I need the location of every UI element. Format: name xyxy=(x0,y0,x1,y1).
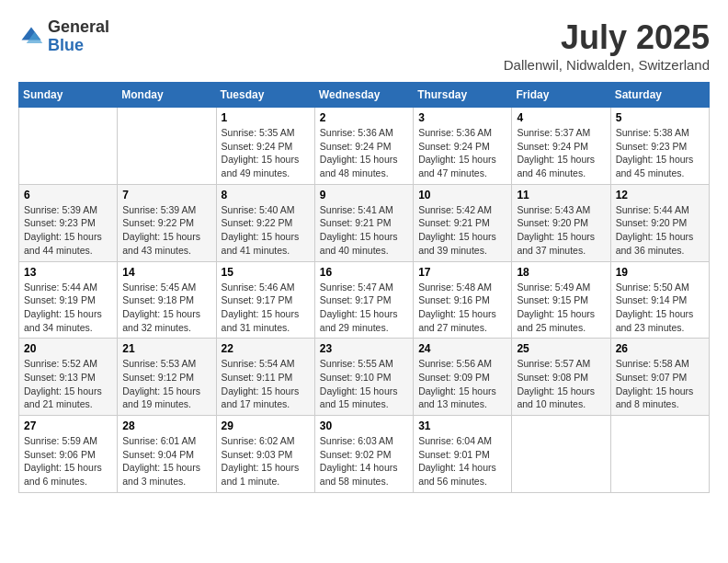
day-detail: Sunrise: 5:36 AM Sunset: 9:24 PM Dayligh… xyxy=(418,126,506,180)
day-number: 15 xyxy=(222,266,310,279)
day-number: 14 xyxy=(122,266,210,279)
day-number: 25 xyxy=(517,342,605,355)
day-detail: Sunrise: 6:04 AM Sunset: 9:01 PM Dayligh… xyxy=(418,434,506,488)
day-detail: Sunrise: 5:43 AM Sunset: 9:20 PM Dayligh… xyxy=(517,203,605,258)
page-header: General Blue July 2025 Dallenwil, Nidwal… xyxy=(18,18,710,73)
day-detail: Sunrise: 5:53 AM Sunset: 9:12 PM Dayligh… xyxy=(122,357,210,411)
calendar-cell: 23Sunrise: 5:55 AM Sunset: 9:10 PM Dayli… xyxy=(314,339,413,416)
day-detail: Sunrise: 5:42 AM Sunset: 9:21 PM Dayligh… xyxy=(418,203,506,258)
day-number: 16 xyxy=(320,266,408,279)
header-day: Sunday xyxy=(19,83,118,108)
day-detail: Sunrise: 5:58 AM Sunset: 9:07 PM Dayligh… xyxy=(616,357,704,411)
title-block: July 2025 Dallenwil, Nidwalden, Switzerl… xyxy=(504,18,710,73)
day-detail: Sunrise: 5:44 AM Sunset: 9:19 PM Dayligh… xyxy=(24,281,112,335)
day-number: 2 xyxy=(320,111,408,124)
day-detail: Sunrise: 5:50 AM Sunset: 9:14 PM Dayligh… xyxy=(616,281,704,335)
day-number: 30 xyxy=(320,419,408,432)
calendar-cell: 28Sunrise: 6:01 AM Sunset: 9:04 PM Dayli… xyxy=(118,416,216,493)
logo-text: General Blue xyxy=(48,18,109,55)
day-detail: Sunrise: 5:48 AM Sunset: 9:16 PM Dayligh… xyxy=(418,281,506,335)
calendar-cell: 6Sunrise: 5:39 AM Sunset: 9:23 PM Daylig… xyxy=(19,184,118,261)
day-detail: Sunrise: 5:39 AM Sunset: 9:23 PM Dayligh… xyxy=(24,203,112,258)
day-detail: Sunrise: 6:02 AM Sunset: 9:03 PM Dayligh… xyxy=(222,434,310,488)
calendar-cell: 25Sunrise: 5:57 AM Sunset: 9:08 PM Dayli… xyxy=(512,339,610,416)
day-detail: Sunrise: 5:45 AM Sunset: 9:18 PM Dayligh… xyxy=(122,281,210,335)
day-detail: Sunrise: 5:37 AM Sunset: 9:24 PM Dayligh… xyxy=(517,126,605,180)
header-day: Wednesday xyxy=(314,83,413,108)
day-number: 10 xyxy=(418,189,506,201)
calendar-cell: 17Sunrise: 5:48 AM Sunset: 9:16 PM Dayli… xyxy=(414,261,512,339)
calendar-cell: 7Sunrise: 5:39 AM Sunset: 9:22 PM Daylig… xyxy=(118,184,216,261)
calendar-cell: 3Sunrise: 5:36 AM Sunset: 9:24 PM Daylig… xyxy=(414,108,512,185)
calendar-cell: 5Sunrise: 5:38 AM Sunset: 9:23 PM Daylig… xyxy=(610,108,709,185)
calendar-cell: 24Sunrise: 5:56 AM Sunset: 9:09 PM Dayli… xyxy=(414,339,512,416)
header-day: Monday xyxy=(118,83,216,108)
day-number: 8 xyxy=(222,189,310,201)
calendar-cell: 10Sunrise: 5:42 AM Sunset: 9:21 PM Dayli… xyxy=(414,184,512,261)
day-number: 24 xyxy=(418,342,506,355)
day-detail: Sunrise: 5:44 AM Sunset: 9:20 PM Dayligh… xyxy=(616,203,704,258)
day-number: 17 xyxy=(418,266,506,279)
day-detail: Sunrise: 5:54 AM Sunset: 9:11 PM Dayligh… xyxy=(222,357,310,411)
calendar-header: SundayMondayTuesdayWednesdayThursdayFrid… xyxy=(19,83,710,108)
day-number: 20 xyxy=(24,342,112,355)
day-number: 11 xyxy=(517,189,605,201)
day-detail: Sunrise: 5:55 AM Sunset: 9:10 PM Dayligh… xyxy=(320,357,408,411)
day-detail: Sunrise: 5:46 AM Sunset: 9:17 PM Dayligh… xyxy=(222,281,310,335)
calendar-cell: 18Sunrise: 5:49 AM Sunset: 9:15 PM Dayli… xyxy=(512,261,610,339)
calendar-cell xyxy=(610,416,709,493)
calendar-cell: 14Sunrise: 5:45 AM Sunset: 9:18 PM Dayli… xyxy=(118,261,216,339)
calendar-cell: 21Sunrise: 5:53 AM Sunset: 9:12 PM Dayli… xyxy=(118,339,216,416)
calendar-cell: 12Sunrise: 5:44 AM Sunset: 9:20 PM Dayli… xyxy=(610,184,709,261)
calendar-week: 1Sunrise: 5:35 AM Sunset: 9:24 PM Daylig… xyxy=(19,108,710,185)
day-number: 3 xyxy=(418,111,506,124)
header-row: SundayMondayTuesdayWednesdayThursdayFrid… xyxy=(19,83,710,108)
day-number: 19 xyxy=(616,266,704,279)
day-number: 26 xyxy=(616,342,704,355)
logo-icon xyxy=(18,24,44,50)
day-detail: Sunrise: 5:59 AM Sunset: 9:06 PM Dayligh… xyxy=(24,434,112,488)
calendar-cell: 11Sunrise: 5:43 AM Sunset: 9:20 PM Dayli… xyxy=(512,184,610,261)
calendar-cell: 2Sunrise: 5:36 AM Sunset: 9:24 PM Daylig… xyxy=(314,108,413,185)
day-number: 18 xyxy=(517,266,605,279)
calendar-cell: 27Sunrise: 5:59 AM Sunset: 9:06 PM Dayli… xyxy=(19,416,118,493)
day-detail: Sunrise: 5:36 AM Sunset: 9:24 PM Dayligh… xyxy=(320,126,408,180)
calendar-cell: 9Sunrise: 5:41 AM Sunset: 9:21 PM Daylig… xyxy=(314,184,413,261)
calendar-cell xyxy=(512,416,610,493)
calendar-cell: 31Sunrise: 6:04 AM Sunset: 9:01 PM Dayli… xyxy=(414,416,512,493)
calendar-cell: 22Sunrise: 5:54 AM Sunset: 9:11 PM Dayli… xyxy=(216,339,314,416)
header-day: Saturday xyxy=(610,83,709,108)
day-number: 28 xyxy=(122,419,210,432)
day-detail: Sunrise: 6:01 AM Sunset: 9:04 PM Dayligh… xyxy=(122,434,210,488)
day-detail: Sunrise: 6:03 AM Sunset: 9:02 PM Dayligh… xyxy=(320,434,408,488)
day-detail: Sunrise: 5:35 AM Sunset: 9:24 PM Dayligh… xyxy=(222,126,310,180)
calendar-body: 1Sunrise: 5:35 AM Sunset: 9:24 PM Daylig… xyxy=(19,108,710,493)
calendar-cell: 4Sunrise: 5:37 AM Sunset: 9:24 PM Daylig… xyxy=(512,108,610,185)
calendar-cell: 30Sunrise: 6:03 AM Sunset: 9:02 PM Dayli… xyxy=(314,416,413,493)
calendar-cell: 29Sunrise: 6:02 AM Sunset: 9:03 PM Dayli… xyxy=(216,416,314,493)
logo-general: General xyxy=(48,18,109,37)
day-detail: Sunrise: 5:49 AM Sunset: 9:15 PM Dayligh… xyxy=(517,281,605,335)
calendar-week: 27Sunrise: 5:59 AM Sunset: 9:06 PM Dayli… xyxy=(19,416,710,493)
calendar-cell: 26Sunrise: 5:58 AM Sunset: 9:07 PM Dayli… xyxy=(610,339,709,416)
day-detail: Sunrise: 5:38 AM Sunset: 9:23 PM Dayligh… xyxy=(616,126,704,180)
day-detail: Sunrise: 5:40 AM Sunset: 9:22 PM Dayligh… xyxy=(222,203,310,258)
day-number: 9 xyxy=(320,189,408,201)
calendar-cell: 13Sunrise: 5:44 AM Sunset: 9:19 PM Dayli… xyxy=(19,261,118,339)
header-day: Tuesday xyxy=(216,83,314,108)
day-number: 1 xyxy=(222,111,310,124)
day-detail: Sunrise: 5:57 AM Sunset: 9:08 PM Dayligh… xyxy=(517,357,605,411)
calendar-week: 13Sunrise: 5:44 AM Sunset: 9:19 PM Dayli… xyxy=(19,261,710,339)
day-detail: Sunrise: 5:41 AM Sunset: 9:21 PM Dayligh… xyxy=(320,203,408,258)
day-number: 6 xyxy=(24,189,112,201)
calendar-cell: 20Sunrise: 5:52 AM Sunset: 9:13 PM Dayli… xyxy=(19,339,118,416)
calendar-cell: 19Sunrise: 5:50 AM Sunset: 9:14 PM Dayli… xyxy=(610,261,709,339)
calendar-cell xyxy=(118,108,216,185)
month-title: July 2025 xyxy=(504,18,710,57)
calendar-cell: 16Sunrise: 5:47 AM Sunset: 9:17 PM Dayli… xyxy=(314,261,413,339)
calendar-cell: 15Sunrise: 5:46 AM Sunset: 9:17 PM Dayli… xyxy=(216,261,314,339)
day-number: 7 xyxy=(122,189,210,201)
day-number: 23 xyxy=(320,342,408,355)
location: Dallenwil, Nidwalden, Switzerland xyxy=(504,57,710,73)
header-day: Friday xyxy=(512,83,610,108)
